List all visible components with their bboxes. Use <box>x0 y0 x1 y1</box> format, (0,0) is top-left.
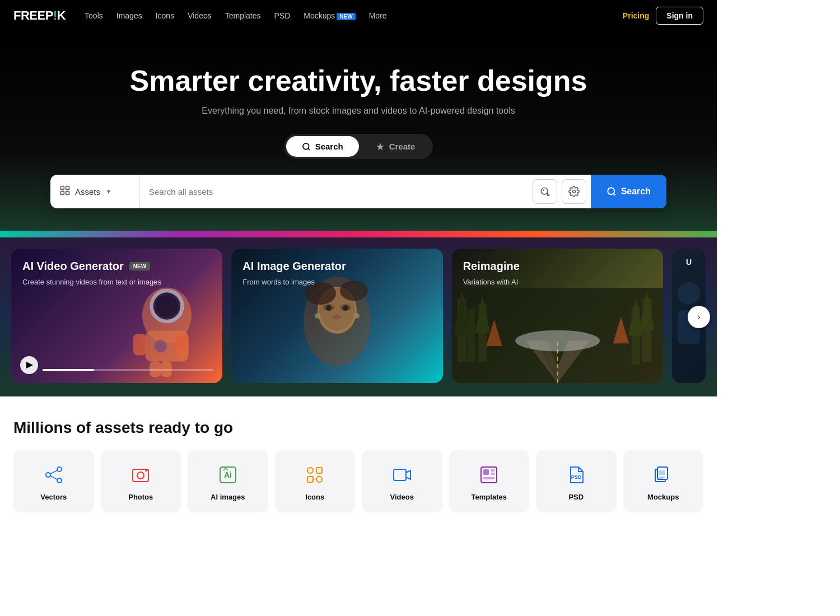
card-description: From words to images <box>242 277 388 287</box>
svg-rect-72 <box>491 473 494 475</box>
nav-templates[interactable]: Templates <box>220 8 267 24</box>
svg-rect-73 <box>483 477 494 479</box>
card-description: Create stunning videos from text or imag… <box>22 277 168 287</box>
mockups-label: Mockups <box>647 493 679 501</box>
photos-icon <box>129 464 152 486</box>
svg-text:PSD: PSD <box>571 474 581 480</box>
play-button[interactable] <box>20 356 38 374</box>
nav-links: Tools Images Icons Videos Templates PSD … <box>79 8 618 24</box>
card-content: AI Video Generator NEW Create stunning v… <box>11 249 222 383</box>
card-new-badge: NEW <box>129 262 150 270</box>
asset-card-photos[interactable]: Photos <box>101 450 181 512</box>
psd-icon: PSD <box>565 464 587 486</box>
reimagine-card[interactable]: Reimagine Variations with AI <box>452 249 663 383</box>
gradient-strip <box>0 231 717 237</box>
svg-rect-3 <box>66 186 69 189</box>
svg-point-10 <box>608 188 614 194</box>
svg-point-54 <box>57 478 62 483</box>
search-submit-icon <box>606 186 617 197</box>
new-badge: NEW <box>337 13 355 20</box>
asset-card-icons[interactable]: Icons <box>275 450 356 512</box>
svg-rect-71 <box>491 469 494 472</box>
svg-line-11 <box>613 194 615 195</box>
photos-label: Photos <box>128 493 153 501</box>
card-content: AI Image Generator From words to images <box>231 249 442 383</box>
nav-psd[interactable]: PSD <box>269 8 296 24</box>
signin-button[interactable]: Sign in <box>656 7 703 25</box>
hero-title: Smarter creativity, faster designs <box>0 65 717 97</box>
videos-icon <box>391 464 413 486</box>
logo[interactable]: FREEP!K <box>13 8 66 23</box>
hero-subtitle: Everything you need, from stock images a… <box>0 106 717 116</box>
asset-card-vectors[interactable]: Vectors <box>13 450 94 512</box>
svg-line-56 <box>50 476 57 479</box>
asset-card-psd[interactable]: PSD PSD <box>536 450 617 512</box>
nav-icons[interactable]: Icons <box>150 8 180 24</box>
nav-images[interactable]: Images <box>111 8 148 24</box>
cards-row: AI Video Generator NEW Create stunning v… <box>11 237 706 396</box>
card-title-row: AI Video Generator NEW <box>22 260 211 273</box>
card-description: Variations with AI <box>463 277 609 287</box>
svg-line-55 <box>50 470 57 474</box>
search-bar: Assets ▾ Search <box>50 175 666 208</box>
svg-text:Ai: Ai <box>224 470 232 479</box>
sparkle-icon <box>376 142 385 151</box>
mockups-icon <box>652 464 674 486</box>
ai-video-card[interactable]: AI Video Generator NEW Create stunning v… <box>11 249 222 383</box>
progress-fill <box>43 369 94 371</box>
nav-mockups[interactable]: MockupsNEW <box>298 8 361 24</box>
icons-icon <box>304 464 326 486</box>
tab-create[interactable]: Create <box>360 136 431 157</box>
asset-card-ai-images[interactable]: Ai AI images <box>188 450 268 512</box>
pricing-link[interactable]: Pricing <box>623 11 649 20</box>
search-icon <box>302 142 311 151</box>
ai-images-icon: Ai <box>217 464 239 486</box>
search-input[interactable] <box>140 175 533 208</box>
asset-card-videos[interactable]: Videos <box>362 450 442 512</box>
svg-line-1 <box>308 148 310 150</box>
svg-point-7 <box>547 194 549 195</box>
svg-rect-77 <box>659 470 665 475</box>
card-title: AI Image Generator <box>242 260 346 273</box>
svg-point-9 <box>572 190 575 193</box>
svg-rect-70 <box>483 469 489 475</box>
navbar-right: Pricing Sign in <box>623 7 703 25</box>
templates-icon <box>478 464 500 486</box>
nav-videos[interactable]: Videos <box>182 8 217 24</box>
category-selector[interactable]: Assets ▾ <box>50 175 140 208</box>
video-progress-bar[interactable] <box>43 369 213 371</box>
tab-search[interactable]: Search <box>286 136 359 157</box>
card-title: Reimagine <box>463 260 520 273</box>
card-content: Reimagine Variations with AI <box>452 249 663 383</box>
nav-tools[interactable]: Tools <box>79 8 109 24</box>
category-icon <box>59 185 71 199</box>
settings-button[interactable] <box>562 179 586 204</box>
nav-more[interactable]: More <box>363 8 393 24</box>
card-title: AI Video Generator <box>22 260 124 273</box>
hero-section: Smarter creativity, faster designs Every… <box>0 31 717 231</box>
next-arrow-button[interactable]: › <box>688 306 710 328</box>
svg-rect-64 <box>307 477 313 482</box>
ai-images-label: AI images <box>211 493 245 501</box>
svg-rect-63 <box>316 468 322 473</box>
navbar: FREEP!K Tools Images Icons Videos Templa… <box>0 0 717 31</box>
asset-card-templates[interactable]: Templates <box>449 450 530 512</box>
psd-label: PSD <box>568 493 584 501</box>
assets-section-title: Millions of assets ready to go <box>13 419 703 437</box>
asset-card-mockups[interactable]: Mockups <box>623 450 704 512</box>
vectors-icon <box>43 464 65 486</box>
svg-rect-69 <box>481 467 497 483</box>
category-label: Assets <box>75 187 100 197</box>
svg-point-62 <box>307 468 313 473</box>
card-title-row: AI Image Generator <box>242 260 431 273</box>
image-search-button[interactable] <box>533 179 557 204</box>
svg-rect-68 <box>394 469 406 480</box>
videos-label: Videos <box>390 493 414 501</box>
search-submit-button[interactable]: Search <box>591 175 666 208</box>
assets-grid: Vectors Photos Ai AI images <box>13 450 703 512</box>
vectors-label: Vectors <box>40 493 67 501</box>
ai-image-card[interactable]: AI Image Generator From words to images <box>231 249 442 383</box>
assets-section: Millions of assets ready to go Vectors <box>0 396 717 535</box>
svg-point-53 <box>57 467 62 472</box>
icons-label: Icons <box>305 493 324 501</box>
